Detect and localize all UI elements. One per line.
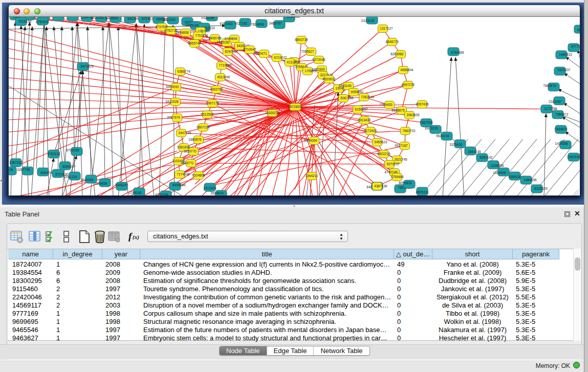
svg-text:6807154: 6807154 — [197, 125, 210, 129]
svg-text:1693406: 1693406 — [493, 171, 506, 174]
svg-text:3150983: 3150983 — [287, 17, 300, 18]
svg-text:7065627: 7065627 — [301, 50, 314, 53]
svg-text:1489513: 1489513 — [559, 53, 572, 56]
svg-text:4131869: 4131869 — [287, 60, 300, 64]
svg-text:5494808: 5494808 — [176, 31, 189, 34]
svg-text:2362316: 2362316 — [567, 155, 580, 159]
svg-text:4902787: 4902787 — [210, 87, 223, 91]
svg-text:3963605: 3963605 — [406, 113, 420, 117]
svg-text:3749894: 3749894 — [224, 37, 237, 40]
svg-text:5067165: 5067165 — [340, 96, 354, 100]
svg-text:6922219: 6922219 — [377, 152, 390, 156]
svg-text:6719022: 6719022 — [274, 56, 287, 59]
svg-text:9097439: 9097439 — [416, 102, 429, 106]
svg-text:7769453: 7769453 — [379, 103, 393, 106]
svg-text:3135182: 3135182 — [216, 40, 230, 44]
svg-text:9325288: 9325288 — [201, 17, 214, 19]
svg-text:3394210: 3394210 — [305, 174, 318, 178]
svg-text:4505331: 4505331 — [416, 190, 429, 194]
svg-text:8240084: 8240084 — [225, 50, 238, 53]
svg-text:1317127: 1317127 — [380, 27, 393, 30]
svg-text:8059826: 8059826 — [399, 181, 412, 185]
svg-text:6064746: 6064746 — [40, 171, 54, 174]
svg-text:6272046: 6272046 — [312, 58, 325, 61]
svg-text:3495788: 3495788 — [208, 36, 222, 40]
svg-text:3320037: 3320037 — [557, 68, 571, 72]
svg-text:2621745: 2621745 — [394, 158, 407, 161]
svg-text:3419283: 3419283 — [91, 17, 104, 19]
svg-text:4997278: 4997278 — [401, 83, 415, 86]
svg-text:0799118: 0799118 — [129, 191, 142, 194]
svg-text:3473829: 3473829 — [80, 64, 94, 68]
svg-text:8356159: 8356159 — [508, 175, 521, 179]
svg-text:3465787: 3465787 — [269, 21, 282, 25]
svg-text:3763116: 3763116 — [48, 152, 60, 156]
svg-text:9117182: 9117182 — [235, 21, 248, 25]
svg-text:5116155: 5116155 — [19, 19, 32, 23]
svg-text:f: f — [128, 231, 133, 242]
svg-text:1680876: 1680876 — [188, 138, 202, 141]
svg-text:8498084: 8498084 — [172, 183, 186, 187]
svg-text:7434873: 7434873 — [554, 127, 568, 131]
svg-text:5777387: 5777387 — [571, 45, 580, 48]
svg-text:6855744: 6855744 — [188, 41, 201, 45]
svg-text:1434558: 1434558 — [555, 142, 568, 145]
svg-text:5701543: 5701543 — [220, 22, 233, 26]
svg-text:5634216: 5634216 — [436, 134, 449, 138]
svg-text:3412328: 3412328 — [165, 100, 179, 103]
svg-text:8893734: 8893734 — [295, 38, 308, 41]
svg-text:1699854: 1699854 — [94, 182, 107, 185]
svg-text:4529912: 4529912 — [322, 77, 336, 81]
svg-text:1759464: 1759464 — [390, 175, 404, 179]
svg-text:8263982: 8263982 — [390, 52, 404, 56]
svg-text:3178108: 3178108 — [9, 168, 13, 171]
svg-text:7824896: 7824896 — [251, 23, 264, 26]
svg-text:4846773: 4846773 — [385, 40, 399, 43]
svg-text:5588675: 5588675 — [391, 108, 405, 112]
svg-text:2710947: 2710947 — [243, 48, 256, 51]
svg-text:4367136: 4367136 — [374, 184, 387, 188]
svg-text:9324808: 9324808 — [192, 173, 205, 177]
svg-text:1845146: 1845146 — [185, 24, 199, 27]
svg-text:3619399: 3619399 — [80, 178, 94, 182]
svg-text:9517187: 9517187 — [395, 144, 408, 147]
svg-text:5512567: 5512567 — [201, 113, 214, 116]
svg-text:1012269: 1012269 — [162, 18, 176, 21]
svg-text:6483503: 6483503 — [105, 17, 118, 20]
svg-text:9386774: 9386774 — [177, 70, 190, 73]
svg-text:(x): (x) — [133, 234, 139, 240]
svg-text:7986872: 7986872 — [555, 113, 569, 116]
svg-text:0967054: 0967054 — [420, 121, 433, 124]
svg-text:7719065: 7719065 — [219, 63, 232, 67]
svg-text:5944064: 5944064 — [304, 139, 317, 142]
svg-text:8760366: 8760366 — [451, 51, 464, 54]
svg-text:3654145: 3654145 — [468, 150, 481, 154]
svg-text:6701065: 6701065 — [66, 148, 79, 152]
svg-text:6499091: 6499091 — [166, 85, 179, 89]
svg-text:2067974: 2067974 — [167, 116, 180, 119]
svg-text:4251354: 4251354 — [155, 193, 168, 195]
svg-text:6850142: 6850142 — [480, 156, 493, 159]
svg-text:2411824: 2411824 — [204, 186, 216, 190]
svg-text:3375433: 3375433 — [449, 143, 463, 146]
svg-text:8050097: 8050097 — [62, 165, 76, 168]
svg-text:3859770: 3859770 — [183, 149, 197, 153]
svg-text:5346247: 5346247 — [115, 183, 128, 187]
svg-text:15300275: 15300275 — [265, 111, 280, 115]
svg-text:9379237: 9379237 — [386, 162, 400, 166]
svg-text:7693676: 7693676 — [543, 84, 556, 87]
svg-text:0103105: 0103105 — [361, 19, 375, 23]
svg-text:3387262: 3387262 — [9, 161, 23, 164]
svg-text:0196556: 0196556 — [491, 164, 504, 167]
svg-text:3534874: 3534874 — [210, 191, 224, 195]
svg-text:4658404: 4658404 — [400, 68, 413, 72]
svg-text:4013990: 4013990 — [217, 75, 230, 79]
svg-text:7262849: 7262849 — [361, 95, 374, 99]
svg-text:7520471: 7520471 — [254, 52, 267, 55]
svg-text:7662702: 7662702 — [402, 129, 416, 133]
svg-text:4824771: 4824771 — [181, 161, 194, 165]
svg-text:1484656: 1484656 — [524, 178, 537, 182]
svg-text:18724007: 18724007 — [288, 105, 303, 108]
svg-text:2967175: 2967175 — [206, 101, 219, 105]
svg-text:9361832: 9361832 — [177, 145, 190, 149]
